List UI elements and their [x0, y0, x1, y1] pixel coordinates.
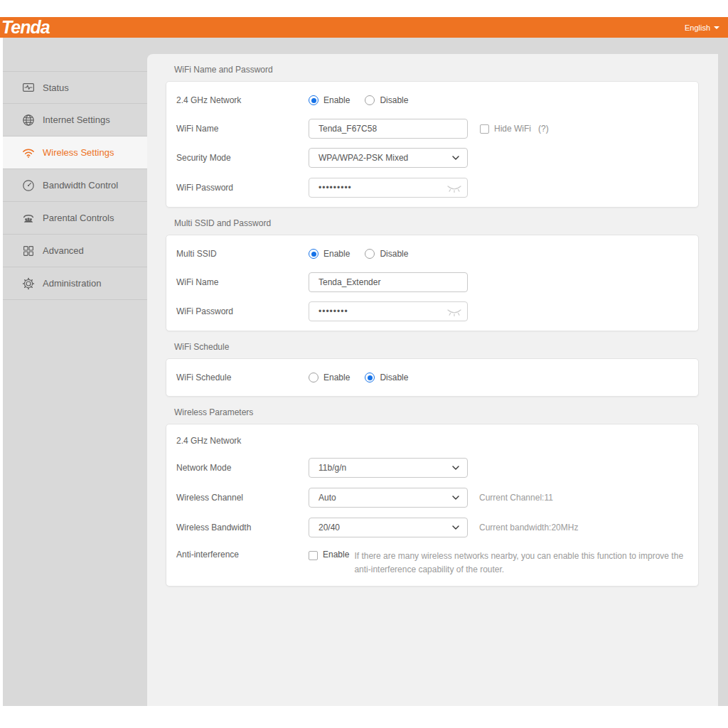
current-channel-hint: Current Channel:11: [479, 493, 553, 503]
selected-value: 11b/g/n: [318, 463, 346, 473]
row-wifi-schedule: WiFi Schedule Enable Disable: [166, 363, 698, 392]
hide-wifi-help-link[interactable]: (?): [538, 124, 549, 134]
sidebar-item-label: Administration: [43, 278, 101, 289]
field-label: 2.4 GHz Network: [176, 95, 309, 105]
section-title-multi-ssid: Multi SSID and Password: [174, 208, 718, 235]
chevron-down-icon: [452, 525, 459, 530]
field-label: WiFi Password: [176, 306, 309, 316]
enable-radio-label[interactable]: Enable: [323, 373, 350, 382]
sidebar-item-parental-controls[interactable]: Parental Controls: [3, 202, 147, 235]
hide-wifi-checkbox[interactable]: [480, 124, 489, 134]
sidebar-item-label: Internet Settings: [43, 114, 110, 125]
row-multi-wifi-password: WiFi Password: [166, 296, 698, 326]
hide-wifi-label[interactable]: Hide WiFi: [494, 124, 531, 134]
page: Tenda English Status: [0, 0, 728, 728]
app-body: Status Internet Settings: [0, 38, 728, 706]
field-label: Security Mode: [176, 153, 309, 163]
sidebar-item-bandwidth-control[interactable]: Bandwidth Control: [3, 169, 147, 202]
anti-interference-checkbox[interactable]: [309, 551, 318, 560]
eye-closed-icon[interactable]: [446, 308, 462, 319]
enable-radio[interactable]: [309, 249, 318, 259]
chevron-down-icon: [452, 156, 459, 160]
sidebar-item-label: Wireless Settings: [43, 147, 114, 158]
sidebar-item-wireless-settings[interactable]: Wireless Settings: [3, 136, 147, 169]
multi-wifi-password-input[interactable]: [309, 301, 468, 321]
section-title-wifi-schedule: WiFi Schedule: [174, 331, 718, 358]
row-24ghz-network: 2.4 GHz Network Enable Disable: [166, 86, 698, 114]
field-label: Network Mode: [176, 463, 309, 473]
family-icon: [22, 212, 35, 225]
wifi-password-input[interactable]: [309, 178, 468, 198]
header-bar: Tenda English: [0, 17, 728, 38]
field-label: WiFi Password: [176, 183, 309, 193]
disable-radio[interactable]: [365, 373, 375, 382]
card-multi-ssid: Multi SSID Enable Disable WiFi Name WiFi…: [166, 235, 699, 331]
disable-radio-label[interactable]: Disable: [380, 249, 408, 259]
section-title-wireless-parameters: Wireless Parameters: [174, 397, 718, 424]
language-label: English: [685, 23, 710, 32]
row-security-mode: Security Mode WPA/WPA2-PSK Mixed: [166, 143, 698, 173]
row-band-heading: 2.4 GHz Network: [166, 429, 698, 453]
wireless-channel-select[interactable]: Auto: [309, 488, 468, 508]
row-wifi-password: WiFi Password: [166, 173, 698, 203]
sidebar-item-label: Status: [43, 82, 69, 93]
band-heading: 2.4 GHz Network: [176, 436, 241, 446]
field-label: WiFi Schedule: [176, 373, 309, 382]
gauge-icon: [22, 179, 35, 192]
wifi-name-input[interactable]: [309, 119, 468, 139]
current-bandwidth-hint: Current bandwidth:20MHz: [479, 523, 578, 532]
sidebar-item-administration[interactable]: Administration: [3, 267, 147, 300]
sidebar-item-internet-settings[interactable]: Internet Settings: [3, 104, 147, 136]
disable-radio[interactable]: [365, 95, 375, 105]
card-wireless-parameters: 2.4 GHz Network Network Mode 11b/g/n Wir…: [166, 424, 699, 587]
enable-radio-label[interactable]: Enable: [323, 95, 350, 105]
sidebar-item-label: Bandwidth Control: [43, 180, 118, 191]
card-wifi-schedule: WiFi Schedule Enable Disable: [166, 358, 699, 397]
row-anti-interference: Anti-interference Enable If there are ma…: [166, 550, 698, 582]
disable-radio-label[interactable]: Disable: [380, 95, 408, 105]
selected-value: WPA/WPA2-PSK Mixed: [318, 153, 408, 163]
row-wireless-bandwidth: Wireless Bandwidth 20/40 Current bandwid…: [166, 513, 698, 542]
eye-closed-icon[interactable]: [446, 184, 462, 196]
sidebar-item-label: Parental Controls: [43, 213, 114, 223]
row-network-mode: Network Mode 11b/g/n: [166, 453, 698, 483]
wireless-settings-panel: WiFi Name and Password 2.4 GHz Network E…: [147, 54, 718, 706]
field-label: Multi SSID: [176, 249, 309, 259]
language-dropdown[interactable]: English: [685, 17, 719, 38]
sidebar-item-status[interactable]: Status: [3, 71, 147, 104]
tenda-logo: Tenda: [1, 17, 50, 38]
selected-value: Auto: [318, 493, 336, 503]
wifi-icon: [22, 146, 35, 159]
field-label: Wireless Bandwidth: [176, 523, 309, 532]
selected-value: 20/40: [318, 523, 340, 532]
caret-down-icon: [714, 26, 719, 29]
card-wifi-name-password: 2.4 GHz Network Enable Disable WiFi Name…: [166, 81, 699, 208]
sidebar-item-label: Advanced: [43, 245, 84, 256]
chevron-down-icon: [452, 496, 459, 500]
disable-radio[interactable]: [365, 249, 375, 259]
row-wireless-channel: Wireless Channel Auto Current Channel:11: [166, 483, 698, 513]
status-icon: [22, 81, 35, 94]
disable-radio-label[interactable]: Disable: [380, 373, 408, 382]
network-mode-select[interactable]: 11b/g/n: [309, 458, 468, 478]
row-wifi-name: WiFi Name Hide WiFi (?): [166, 114, 698, 143]
enable-radio[interactable]: [309, 373, 318, 382]
row-multi-ssid: Multi SSID Enable Disable: [166, 240, 698, 268]
sidebar-item-advanced[interactable]: Advanced: [3, 235, 147, 267]
globe-icon: [22, 114, 35, 127]
anti-interference-enable-label[interactable]: Enable: [323, 550, 349, 560]
sidebar: Status Internet Settings: [3, 71, 147, 300]
chevron-down-icon: [452, 466, 459, 470]
grid-icon: [22, 245, 35, 257]
enable-radio[interactable]: [309, 95, 318, 105]
anti-interference-hint: If there are many wireless networks near…: [354, 550, 691, 576]
enable-radio-label[interactable]: Enable: [323, 249, 350, 259]
row-multi-wifi-name: WiFi Name: [166, 268, 698, 296]
multi-wifi-name-input[interactable]: [309, 272, 468, 292]
field-label: Wireless Channel: [176, 493, 309, 503]
field-label: WiFi Name: [176, 277, 309, 287]
security-mode-select[interactable]: WPA/WPA2-PSK Mixed: [309, 148, 468, 168]
field-label: WiFi Name: [176, 124, 309, 134]
gear-icon: [22, 277, 35, 290]
wireless-bandwidth-select[interactable]: 20/40: [309, 518, 468, 537]
